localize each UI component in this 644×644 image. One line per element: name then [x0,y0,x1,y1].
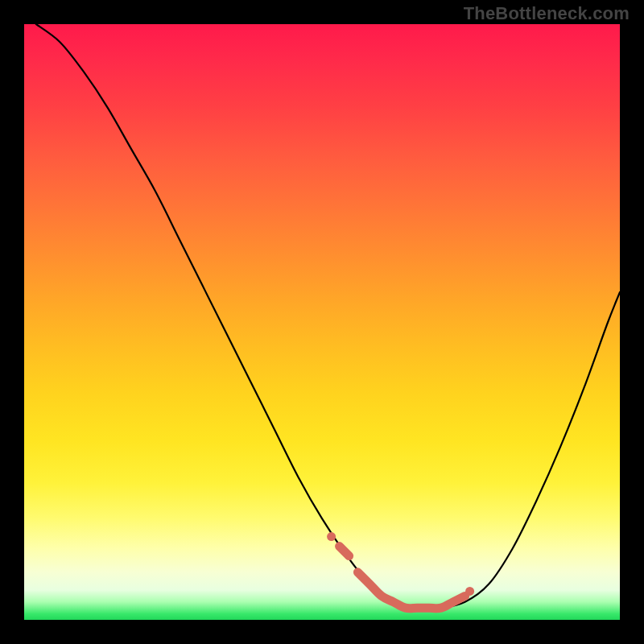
optimal-zone-end-dot [465,587,474,596]
curve-svg [24,24,620,620]
optimal-zone-segment [357,572,464,609]
plot-area [24,24,620,620]
watermark-text: TheBottleneck.com [464,3,630,24]
optimal-zone-dash [340,547,349,556]
optimal-zone-marker [327,532,474,609]
optimal-zone-dot [327,532,336,541]
bottleneck-curve [36,24,620,609]
chart-container: TheBottleneck.com [0,0,644,644]
